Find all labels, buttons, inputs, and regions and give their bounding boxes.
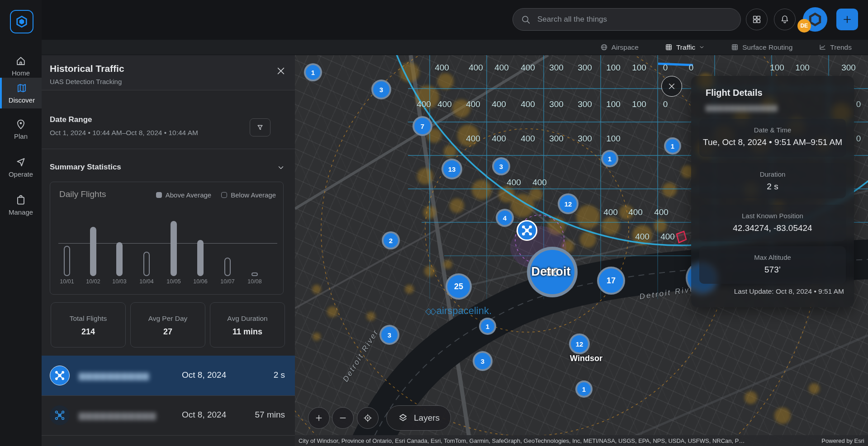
detail-label: Date & Time [699, 126, 846, 134]
cluster-marker[interactable]: 1 [304, 63, 322, 81]
cluster-marker[interactable]: 3 [379, 325, 399, 345]
bar-10/01[interactable] [64, 246, 70, 276]
grid-number: 400 [466, 134, 480, 144]
grid-number: 100 [632, 99, 646, 109]
apps-grid-icon [752, 14, 762, 24]
bar-10/04[interactable] [143, 252, 150, 276]
cluster-marker[interactable]: 2 [382, 231, 400, 249]
cluster-marker[interactable]: 3 [473, 351, 493, 371]
app-logo[interactable] [10, 10, 33, 33]
bar-10/02[interactable] [90, 227, 96, 276]
row-divider [42, 395, 295, 396]
summary-statistics-label: Summary Statistics [50, 163, 121, 172]
cluster-marker[interactable]: 17 [597, 267, 625, 295]
apps-grid-button[interactable] [746, 9, 768, 30]
avatar-badge: DE [797, 19, 811, 33]
cluster-marker[interactable]: 12 [558, 193, 579, 214]
panel-header: Historical Traffic UAS Detection Trackin… [42, 55, 295, 90]
user-avatar[interactable]: DE [803, 7, 827, 32]
sidebar-item-plan[interactable]: Plan [0, 114, 42, 145]
tab-traffic[interactable]: Traffic [665, 43, 705, 52]
cluster-marker[interactable]: 1 [479, 318, 496, 335]
bar-10/03[interactable] [116, 242, 123, 276]
stat-value: 27 [131, 327, 205, 337]
cluster-marker[interactable]: 7 [413, 116, 432, 136]
cluster-marker[interactable]: 3 [492, 157, 510, 175]
cluster-marker[interactable]: 4 [496, 209, 514, 227]
selected-drone-marker[interactable] [517, 220, 537, 241]
layers-button[interactable]: Layers [386, 405, 451, 431]
bar-tick-label: 10/02 [86, 278, 100, 285]
grid-number: 400 [628, 207, 643, 217]
grid-number: 100 [606, 99, 621, 109]
notifications-button[interactable] [774, 9, 796, 30]
locate-button[interactable] [357, 407, 379, 429]
last-update-text: Last Update: Oct 8, 2024 • 9:51 AM [734, 287, 844, 296]
flight-details-title: Flight Details [706, 88, 763, 98]
drone-icon [50, 366, 70, 385]
bar-tick-label: 10/07 [220, 278, 234, 285]
detail-label: Max Altitude [699, 254, 846, 261]
legend-above-average[interactable]: Above Average [156, 191, 211, 199]
grid-number: 400 [492, 134, 506, 144]
cluster-marker[interactable]: 1 [664, 137, 681, 155]
bar-10/07[interactable] [224, 258, 231, 276]
create-new-button[interactable] [836, 9, 858, 30]
tab-surface-routing[interactable]: Surface Routing [731, 43, 792, 52]
cluster-marker[interactable]: 1 [601, 150, 618, 167]
search-icon [521, 15, 531, 24]
detail-value: 42.34274, -83.05424 [699, 223, 846, 233]
search-input[interactable] [536, 14, 732, 24]
tab-trends[interactable]: Trends [819, 43, 852, 52]
flight-row[interactable]: ▆▆▆▆▆▆▆▆▆▆Oct 7, 202452 mins [42, 435, 295, 446]
grid-number: 0 [663, 63, 668, 73]
trend-icon [819, 43, 826, 51]
hexagon-logo-icon [15, 15, 28, 28]
chevron-down-icon [699, 44, 705, 50]
sidebar-item-operate[interactable]: Operate [0, 152, 42, 183]
powered-by-esri: Powered by Esri [815, 437, 864, 444]
grid-number: 300 [841, 63, 856, 73]
plus-icon [842, 14, 853, 25]
details-close-button[interactable] [661, 76, 682, 97]
cluster-marker[interactable]: 1 [575, 380, 593, 398]
cluster-marker[interactable]: 3 [371, 80, 391, 99]
zoom-out-button[interactable] [332, 407, 354, 429]
tab-airspace[interactable]: Airspace [600, 43, 639, 52]
grid-number: 300 [549, 134, 564, 144]
tab-label: Airspace [612, 43, 639, 52]
chevron-down-icon[interactable] [277, 164, 285, 172]
sidebar-item-label: Home [0, 69, 42, 77]
global-search[interactable] [512, 8, 741, 31]
daily-flights-chart: Daily Flights Above AverageBelow Average… [50, 182, 284, 295]
flight-duration: 57 mins [255, 410, 285, 420]
bar-10/06[interactable] [197, 240, 204, 276]
cluster-marker[interactable]: 25 [446, 273, 472, 300]
stat-label: Avg Per Day [131, 315, 205, 323]
detail-value: Tue, Oct 8, 2024 • 9:51 AM–9:51 AM [699, 137, 846, 147]
legend-below-average[interactable]: Below Average [221, 191, 276, 199]
grid-number: 100 [606, 134, 621, 144]
legend-label: Below Average [231, 191, 276, 199]
sidebar-item-home[interactable]: Home [0, 51, 42, 81]
cluster-marker[interactable]: 98 [527, 247, 578, 297]
flight-row[interactable]: ▆▆▆▆▆▆▆▆▆▆Oct 8, 20242 s [42, 356, 295, 395]
cluster-marker[interactable]: 12 [569, 333, 590, 354]
sidebar-item-manage[interactable]: Manage [0, 190, 42, 221]
bar-10/05[interactable] [171, 221, 177, 276]
sidebar-item-discover[interactable]: Discover [0, 78, 42, 108]
secondary-nav: AirspaceTrafficSurface RoutingTrends [42, 40, 868, 55]
grid-number: 300 [549, 99, 564, 109]
stat-label: Avg Duration [210, 315, 285, 323]
stat-label: Total Flights [51, 315, 125, 323]
cluster-marker[interactable]: 13 [441, 159, 462, 179]
zoom-in-button[interactable] [308, 407, 330, 429]
bar-10/08[interactable] [251, 272, 258, 276]
grid-number: 300 [578, 63, 592, 73]
filter-button[interactable] [250, 118, 270, 136]
filled-swatch-icon [156, 192, 162, 198]
panel-close-button[interactable] [276, 66, 286, 76]
flight-row[interactable]: ▆▆▆▆▆▆▆▆▆▆▆Oct 8, 202457 mins [42, 395, 295, 435]
grid-number: 400 [492, 99, 506, 109]
flight-id-masked: ▆▆▆▆▆▆▆▆▆▆ [79, 370, 149, 380]
